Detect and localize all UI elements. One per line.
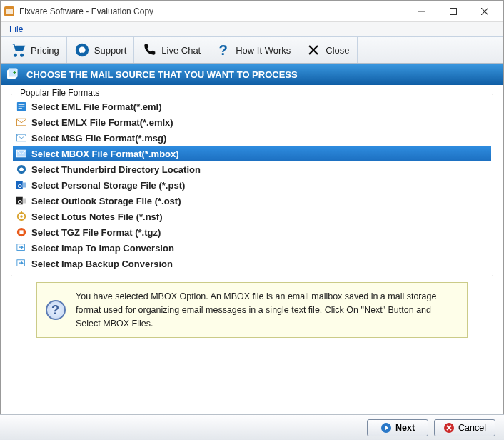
window-title: Fixvare Software - Evaluation Copy xyxy=(19,6,406,16)
format-item[interactable]: Select Imap Backup Conversion xyxy=(13,256,491,271)
lotus-icon xyxy=(16,211,27,222)
menu-file[interactable]: File xyxy=(5,23,27,36)
tgz-icon xyxy=(16,226,27,238)
eml-icon xyxy=(16,101,27,112)
cart-icon xyxy=(11,42,26,58)
toolbar-label: Pricing xyxy=(31,45,59,56)
svg-text:O: O xyxy=(18,183,22,189)
outlook-icon: O xyxy=(16,179,27,191)
mail-icon xyxy=(16,116,27,128)
svg-point-7 xyxy=(79,46,85,53)
toolbar-pricing[interactable]: Pricing xyxy=(4,37,67,63)
svg-text:?: ? xyxy=(51,304,59,316)
svg-point-27 xyxy=(20,215,23,218)
info-text: You have selected MBOX Option. An MBOX f… xyxy=(76,290,458,330)
next-button[interactable]: Next xyxy=(367,419,428,436)
format-item[interactable]: Select Imap To Imap Conversion xyxy=(13,240,491,256)
format-item-label: Select TGZ File Format (*.tgz) xyxy=(31,227,161,238)
close-x-icon xyxy=(306,42,321,58)
cancel-button[interactable]: Cancel xyxy=(434,419,495,436)
formats-fieldset: Popular File Formats Select EML File For… xyxy=(11,94,493,276)
headset-icon xyxy=(74,42,90,58)
footer: Next Cancel xyxy=(0,414,504,440)
cancel-x-icon xyxy=(443,422,455,434)
format-item-label: Select Imap To Imap Conversion xyxy=(31,243,174,254)
toolbar-close[interactable]: Close xyxy=(298,37,357,63)
process-icon: + xyxy=(6,68,19,81)
format-item-label: Select Thunderbird Directory Location xyxy=(31,164,201,175)
menubar: File xyxy=(1,22,503,36)
svg-rect-1 xyxy=(6,9,13,14)
format-item-label: Select Outlook Storage File (*.ost) xyxy=(31,196,181,206)
format-item-label: Select EML File Format(*.eml) xyxy=(31,101,162,112)
minimize-button[interactable] xyxy=(406,1,438,21)
svg-rect-8 xyxy=(81,53,84,56)
format-item[interactable]: Select EMLX File Format(*.emlx) xyxy=(13,114,491,130)
format-item[interactable]: Select Lotus Notes File (*.nsf) xyxy=(13,209,491,224)
format-item[interactable]: Select TGZ File Format (*.tgz) xyxy=(13,224,491,240)
info-panel: ? You have selected MBOX Option. An MBOX… xyxy=(36,282,468,338)
close-button[interactable] xyxy=(469,1,500,21)
header-band: + CHOOSE THE MAIL SOURCE THAT YOU WANT T… xyxy=(1,64,503,85)
svg-rect-22 xyxy=(23,183,26,188)
mail-icon xyxy=(16,132,27,144)
svg-rect-18 xyxy=(16,150,26,157)
svg-rect-31 xyxy=(19,230,23,234)
format-list: Select EML File Format(*.eml)Select EMLX… xyxy=(13,99,491,271)
format-item-label: Select EMLX File Format(*.emlx) xyxy=(31,117,173,128)
format-item[interactable]: OSelect Personal Storage File (*.pst) xyxy=(13,177,491,193)
window-controls xyxy=(406,1,500,21)
format-item[interactable]: Select Thunderbird Directory Location xyxy=(13,161,491,177)
format-item-label: Select Personal Storage File (*.pst) xyxy=(31,180,185,191)
svg-rect-17 xyxy=(16,134,26,141)
format-item-label: Select MSG File Format(*.msg) xyxy=(31,133,166,144)
ost-icon: O xyxy=(16,195,27,206)
next-arrow-icon xyxy=(380,422,392,434)
maximize-button[interactable] xyxy=(438,1,469,21)
svg-rect-16 xyxy=(16,119,26,126)
phone-icon xyxy=(141,42,157,58)
header-text: CHOOSE THE MAIL SOURCE THAT YOU WANT TO … xyxy=(26,69,298,80)
formats-legend: Popular File Formats xyxy=(17,88,102,98)
format-item-label: Select Imap Backup Conversion xyxy=(31,259,173,269)
toolbar-howitworks[interactable]: ? How It Works xyxy=(208,37,298,63)
titlebar: Fixvare Software - Evaluation Copy xyxy=(1,1,503,22)
mbox-icon xyxy=(16,148,27,159)
cancel-label: Cancel xyxy=(458,423,486,433)
format-item[interactable]: Select MBOX File Format(*.mbox) xyxy=(13,146,491,161)
toolbar-label: Live Chat xyxy=(161,45,201,56)
next-label: Next xyxy=(395,423,415,433)
info-icon: ? xyxy=(46,300,66,320)
app-icon xyxy=(4,6,15,17)
toolbar-label: Support xyxy=(94,45,127,56)
toolbar-support[interactable]: Support xyxy=(67,37,135,63)
question-icon: ? xyxy=(216,42,231,58)
format-item-label: Select MBOX File Format(*.mbox) xyxy=(31,149,179,159)
toolbar-label: Close xyxy=(326,45,349,56)
thunderbird-icon xyxy=(16,164,27,175)
svg-text:?: ? xyxy=(219,42,228,58)
format-item[interactable]: Select EML File Format(*.eml) xyxy=(13,99,491,114)
toolbar: Pricing Support Live Chat ? How It Works… xyxy=(1,36,503,64)
content-area: Popular File Formats Select EML File For… xyxy=(1,85,503,342)
svg-text:O: O xyxy=(18,199,22,205)
convert-icon xyxy=(16,242,27,254)
svg-rect-25 xyxy=(23,199,26,204)
format-item[interactable]: OSelect Outlook Storage File (*.ost) xyxy=(13,193,491,209)
format-item-label: Select Lotus Notes File (*.nsf) xyxy=(31,211,162,222)
backup-icon xyxy=(16,258,27,269)
svg-rect-3 xyxy=(450,8,457,14)
toolbar-label: How It Works xyxy=(236,45,291,56)
svg-text:+: + xyxy=(13,69,16,76)
toolbar-livechat[interactable]: Live Chat xyxy=(134,37,208,63)
format-item[interactable]: Select MSG File Format(*.msg) xyxy=(13,130,491,146)
